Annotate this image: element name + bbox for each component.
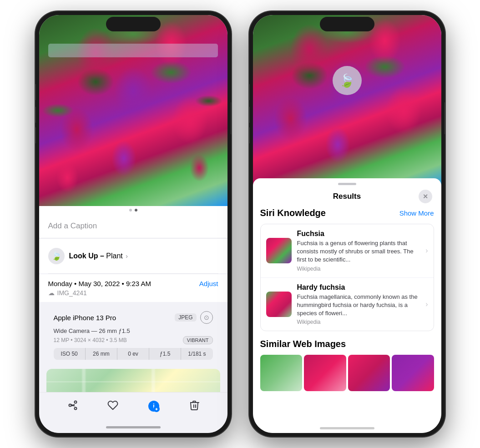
similar-title: Similar Web Images	[260, 339, 434, 349]
exif-ev: 0 ev	[117, 348, 149, 360]
hardy-content: Hardy fuchsia Fuchsia magellanica, commo…	[297, 283, 420, 326]
show-more-button[interactable]: Show More	[399, 209, 434, 217]
look-up-chevron: ›	[126, 252, 128, 260]
flower-image-right: 🍃	[253, 15, 441, 188]
left-notch	[106, 17, 161, 31]
fuchsia-thumbnail	[266, 238, 292, 263]
settings-icon[interactable]: ⊙	[200, 311, 213, 324]
look-up-row[interactable]: 🍃 Look Up – Plant ›	[48, 244, 218, 268]
similar-images-grid	[260, 355, 434, 391]
device-badges: JPEG ⊙	[175, 311, 212, 324]
left-phone: Add a Caption 🍃 Look Up – Plant › Monday…	[35, 11, 231, 437]
right-phone: 🍃 Results ✕ Siri Knowledge Show More	[249, 11, 445, 437]
exif-row: ISO 50 26 mm 0 ev ƒ1.5 1/181 s	[54, 348, 213, 360]
date-row: Monday • May 30, 2022 • 9:23 AM Adjust	[48, 280, 218, 287]
similar-image-2[interactable]	[304, 355, 346, 391]
svg-text:✦: ✦	[155, 407, 158, 412]
exif-aperture: ƒ1.5	[149, 348, 181, 360]
dot-2	[135, 209, 137, 211]
hardy-chevron: ›	[425, 300, 428, 308]
fuchsia-name: Fuchsia	[297, 230, 420, 238]
knowledge-item-hardy[interactable]: Hardy fuchsia Fuchsia magellanica, commo…	[261, 278, 434, 331]
results-panel[interactable]: Results ✕ Siri Knowledge Show More	[253, 178, 441, 433]
hardy-thumbnail	[266, 292, 292, 317]
fuchsia-chevron: ›	[425, 247, 428, 255]
heart-button[interactable]	[107, 400, 118, 411]
look-up-subject: Plant	[106, 252, 122, 260]
fuchsia-content: Fuchsia Fuchsia is a genus of flowering …	[297, 230, 420, 272]
similar-section: Similar Web Images	[253, 339, 441, 398]
siri-knowledge-title: Siri Knowledge	[260, 208, 326, 218]
siri-orb: 🍃	[333, 66, 362, 95]
file-info: 12 MP • 3024 × 4032 • 3.5 MB	[54, 337, 127, 343]
fuchsia-source: Wikipedia	[297, 266, 420, 272]
caption-area[interactable]: Add a Caption	[39, 214, 227, 238]
exif-focal: 26 mm	[86, 348, 117, 360]
knowledge-item-fuchsia[interactable]: Fuchsia Fuchsia is a genus of flowering …	[261, 224, 434, 278]
file-info-row: 12 MP • 3024 × 4032 • 3.5 MB VIBRANT	[54, 336, 213, 344]
cloud-icon: ☁	[48, 289, 55, 297]
home-indicator-left	[106, 426, 161, 428]
results-title: Results	[276, 192, 419, 201]
leaf-icon: 🍃	[51, 251, 61, 261]
jpeg-badge: JPEG	[175, 313, 196, 322]
similar-image-3[interactable]	[348, 355, 390, 391]
flower-image-left[interactable]	[39, 15, 227, 206]
right-notch	[320, 17, 374, 31]
home-indicator-right	[320, 427, 374, 429]
right-screen: 🍃 Results ✕ Siri Knowledge Show More	[253, 15, 441, 433]
look-up-label[interactable]: Look Up – Plant ›	[69, 252, 128, 260]
share-button[interactable]	[67, 400, 78, 411]
location-row: ☁ IMG_4241	[48, 289, 218, 297]
caption-placeholder[interactable]: Add a Caption	[48, 221, 97, 230]
siri-knowledge-section: Siri Knowledge Show More Fuchsia Fuchsia…	[253, 208, 441, 339]
siri-leaf-icon: 🍃	[339, 73, 355, 88]
trash-button[interactable]	[189, 400, 199, 411]
info-button[interactable]: i ✦	[147, 400, 160, 413]
dot-1	[129, 209, 132, 211]
device-row: Apple iPhone 13 Pro JPEG ⊙	[54, 311, 213, 324]
fuchsia-description: Fuchsia is a genus of flowering plants t…	[297, 239, 420, 264]
look-up-bold: Look Up –	[69, 252, 104, 260]
similar-image-4[interactable]	[392, 355, 434, 391]
divider-1	[48, 273, 218, 274]
adjust-button[interactable]: Adjust	[199, 280, 218, 287]
close-button[interactable]: ✕	[419, 190, 432, 203]
look-up-section[interactable]: 🍃 Look Up – Plant ›	[39, 239, 227, 273]
exif-shutter: 1/181 s	[181, 348, 212, 360]
svg-point-1	[74, 401, 76, 403]
results-header: Results ✕	[253, 185, 441, 208]
section-header: Siri Knowledge Show More	[260, 208, 434, 218]
hardy-source: Wikipedia	[297, 319, 420, 325]
svg-point-0	[69, 404, 71, 407]
date-text: Monday • May 30, 2022 • 9:23 AM	[48, 280, 151, 287]
svg-point-2	[74, 408, 76, 410]
similar-image-1[interactable]	[260, 355, 303, 391]
vibrant-badge: VIBRANT	[183, 336, 213, 344]
exif-iso: ISO 50	[54, 348, 86, 360]
left-screen: Add a Caption 🍃 Look Up – Plant › Monday…	[39, 15, 227, 433]
meta-section: Monday • May 30, 2022 • 9:23 AM Adjust ☁…	[39, 274, 227, 302]
device-name: Apple iPhone 13 Pro	[54, 314, 116, 322]
file-name: IMG_4241	[57, 289, 87, 297]
knowledge-card: Fuchsia Fuchsia is a genus of flowering …	[260, 224, 434, 331]
device-section: Apple iPhone 13 Pro JPEG ⊙ Wide Camera —…	[46, 306, 220, 365]
look-up-icon: 🍃	[48, 248, 65, 264]
hardy-name: Hardy fuchsia	[297, 283, 420, 292]
page-dots	[39, 206, 227, 214]
camera-info: Wide Camera — 26 mm ƒ1.5	[54, 327, 213, 334]
hardy-description: Fuchsia magellanica, commonly known as t…	[297, 293, 420, 318]
